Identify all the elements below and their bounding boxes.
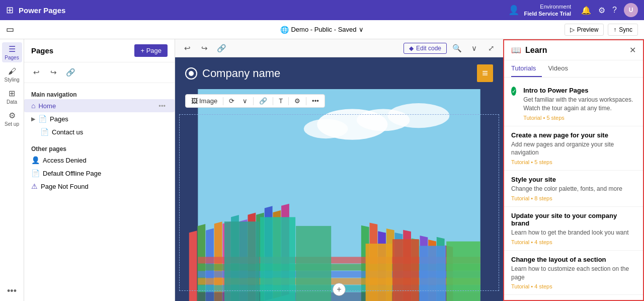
offline-file-icon: 📄 xyxy=(31,169,40,177)
tab-tutorials[interactable]: Tutorials xyxy=(511,60,542,77)
preview-button[interactable]: ▷ Preview xyxy=(565,24,604,36)
img-chevron-button[interactable]: ∨ xyxy=(240,96,250,106)
svg-point-3 xyxy=(304,119,348,139)
main-layout: ☰ Pages 🖌 Styling ⊞ Data ⚙ Set up ••• Pa… xyxy=(0,39,644,301)
redo-button[interactable]: ↪ xyxy=(46,65,60,80)
learn-tabs: Tutorials Videos xyxy=(504,60,643,78)
svg-rect-5 xyxy=(189,231,197,301)
home-icon: ⌂ xyxy=(31,102,35,110)
not-found-icon: ⚠ xyxy=(31,182,38,190)
pages-toolbar: ↩ ↪ 🔗 xyxy=(24,62,175,83)
tutorial-item-style[interactable]: Style your site Change the color palette… xyxy=(504,171,643,207)
nav-item-default-offline[interactable]: 📄 Default Offline Page xyxy=(24,167,175,180)
nav-item-home[interactable]: ⌂ Home ••• xyxy=(24,99,175,112)
sidebar-item-pages[interactable]: ☰ Pages xyxy=(2,42,22,62)
svg-rect-35 xyxy=(260,217,295,301)
tutorial-meta-brand: Tutorial • 4 steps xyxy=(511,239,636,245)
demo-label[interactable]: 🌐 Demo - Public - Saved ∨ xyxy=(280,26,363,34)
canvas-area: ↩ ↪ 🔗 ◆ Edit code 🔍 ∨ ⤢ Co xyxy=(175,39,503,301)
svg-rect-40 xyxy=(446,242,480,301)
tutorial-title-intro: Intro to Power Pages xyxy=(523,87,636,94)
pages-file-icon: 📄 xyxy=(38,115,47,123)
learn-header: 📖 Learn ✕ xyxy=(504,40,643,60)
site-header: Company name ≡ xyxy=(175,57,503,89)
learn-title-row: 📖 Learn xyxy=(511,45,547,55)
img-link-button[interactable]: 🔗 xyxy=(257,96,270,106)
zoom-button[interactable]: 🔍 xyxy=(450,41,464,55)
environment-info: Environment Field Service Trial xyxy=(524,3,572,18)
canvas-redo-button[interactable]: ↪ xyxy=(197,41,211,55)
icon-sidebar: ☰ Pages 🖌 Styling ⊞ Data ⚙ Set up ••• xyxy=(0,39,24,301)
access-denied-icon: 👤 xyxy=(31,156,40,164)
pages-title: Pages xyxy=(31,46,53,55)
sidebar-item-styling[interactable]: 🖌 Styling xyxy=(2,64,22,85)
other-pages-label: Other pages xyxy=(24,143,175,154)
tutorial-item-brand[interactable]: Update your site to your company brand L… xyxy=(504,207,643,251)
undo-button[interactable]: ↩ xyxy=(29,65,43,80)
second-bar: ▭ 🌐 Demo - Public - Saved ∨ ▷ Preview ↑ … xyxy=(0,20,644,39)
tutorial-title-layout: Change the layout of a section xyxy=(511,256,636,263)
home-more-icon[interactable]: ••• xyxy=(156,102,168,110)
add-page-button[interactable]: + Page xyxy=(134,44,168,57)
tutorial-title-style: Style your site xyxy=(511,176,636,183)
learn-close-button[interactable]: ✕ xyxy=(629,45,636,55)
image-label-button[interactable]: 🖼 Image xyxy=(189,96,220,106)
avatar[interactable]: U xyxy=(624,3,638,17)
pages-content: Main navigation ⌂ Home ••• ▶ 📄 Pages 📄 C… xyxy=(24,83,175,301)
img-more-button[interactable]: ••• xyxy=(309,96,321,106)
image-toolbar: 🖼 Image ⟳ ∨ 🔗 T ⚙ ••• xyxy=(185,94,325,108)
img-text-button[interactable]: T xyxy=(276,96,285,106)
add-section-button[interactable]: + xyxy=(333,283,346,296)
nav-item-contact-us[interactable]: 📄 Contact us xyxy=(24,125,175,138)
image-section: 🖼 Image ⟳ ∨ 🔗 T ⚙ ••• xyxy=(175,89,503,301)
transform-button[interactable]: ⟳ xyxy=(226,96,237,106)
svg-rect-36 xyxy=(296,226,331,301)
edit-code-diamond-icon: ◆ xyxy=(409,45,414,52)
hamburger-menu-icon[interactable]: ≡ xyxy=(477,64,493,82)
link-button[interactable]: 🔗 xyxy=(63,65,77,80)
pages-panel: Pages + Page ↩ ↪ 🔗 Main navigation ⌂ Hom… xyxy=(24,39,175,301)
notification-icon[interactable]: 🔔 xyxy=(581,6,591,15)
canvas-toolbar: ↩ ↪ 🔗 ◆ Edit code 🔍 ∨ ⤢ xyxy=(175,39,503,57)
tutorial-item-layout[interactable]: Change the layout of a section Learn how… xyxy=(504,251,643,295)
tutorial-item-intro[interactable]: ✓ Intro to Power Pages Get familiar with… xyxy=(504,82,643,126)
tutorial-desc-style: Change the color palette, fonts, and mor… xyxy=(511,185,636,193)
tutorial-item-new-page[interactable]: Create a new page for your site Add new … xyxy=(504,126,643,171)
toolbar-separator-2 xyxy=(253,97,254,105)
tab-videos[interactable]: Videos xyxy=(548,60,574,77)
zoom-chevron-button[interactable]: ∨ xyxy=(467,41,481,55)
sync-icon: ↑ xyxy=(613,26,616,33)
help-icon[interactable]: ? xyxy=(612,6,617,15)
pages-header: Pages + Page xyxy=(24,39,175,62)
nav-item-page-not-found[interactable]: ⚠ Page Not Found xyxy=(24,180,175,193)
check-icon: ✓ xyxy=(511,87,516,96)
sidebar-item-data[interactable]: ⊞ Data xyxy=(2,87,22,107)
svg-point-4 xyxy=(387,103,449,128)
tutorial-desc-brand: Learn how to get the branded look you wa… xyxy=(511,229,636,237)
toolbar-separator-3 xyxy=(273,97,273,105)
edit-code-button[interactable]: ◆ Edit code xyxy=(404,43,447,54)
nav-item-pages[interactable]: ▶ 📄 Pages xyxy=(24,112,175,125)
tutorial-meta-style: Tutorial • 8 steps xyxy=(511,195,636,201)
expand-button[interactable]: ⤢ xyxy=(484,41,498,55)
monitor-icon[interactable]: ▭ xyxy=(6,24,14,35)
environment-label: Environment xyxy=(524,3,572,10)
apps-icon[interactable]: ⊞ xyxy=(6,5,14,16)
sidebar-item-setup[interactable]: ⚙ Set up xyxy=(2,109,22,129)
img-settings-button[interactable]: ⚙ xyxy=(292,96,303,106)
setup-icon: ⚙ xyxy=(9,111,16,120)
canvas-link-button[interactable]: 🔗 xyxy=(214,41,228,55)
settings-icon[interactable]: ⚙ xyxy=(598,6,605,15)
toolbar-separator-1 xyxy=(223,97,223,105)
tutorial-meta-intro: Tutorial • 5 steps xyxy=(523,115,636,121)
sidebar-item-more[interactable]: ••• xyxy=(2,281,22,301)
nav-item-access-denied[interactable]: 👤 Access Denied xyxy=(24,154,175,167)
pages-icon: ☰ xyxy=(9,44,16,54)
sync-button[interactable]: ↑ Sync xyxy=(608,24,638,36)
data-icon: ⊞ xyxy=(9,89,15,98)
colorful-books-image xyxy=(175,89,503,301)
canvas-undo-button[interactable]: ↩ xyxy=(180,41,194,55)
learn-book-icon: 📖 xyxy=(511,45,521,55)
svg-rect-39 xyxy=(420,246,446,301)
site-title: Company name xyxy=(202,67,280,80)
